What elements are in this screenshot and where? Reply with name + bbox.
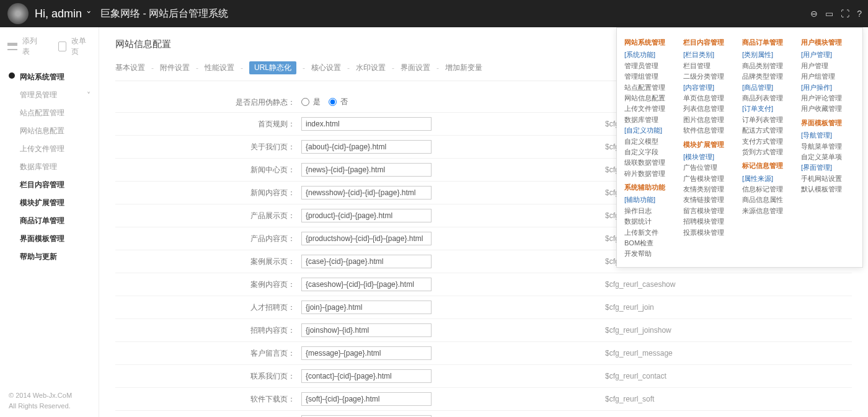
tab-1[interactable]: 附件设置 bbox=[160, 63, 190, 73]
mega-link[interactable]: 列表信息管理 bbox=[683, 103, 742, 114]
sidebar-item[interactable]: 帮助与更新 bbox=[6, 248, 99, 266]
mega-link[interactable]: 软件信息管理 bbox=[683, 125, 742, 136]
tab-7[interactable]: 增加新变量 bbox=[445, 63, 482, 73]
expand-icon[interactable]: ⛶ bbox=[841, 9, 849, 19]
mega-link[interactable]: 招聘模块管理 bbox=[683, 216, 742, 227]
url-input[interactable] bbox=[301, 186, 432, 200]
sidebar-item[interactable]: 商品订单管理 bbox=[6, 212, 99, 230]
mega-bracket-link[interactable]: [栏目类别] bbox=[683, 50, 742, 60]
sidebar-item[interactable]: 上传文件管理 bbox=[6, 140, 99, 158]
mega-link[interactable]: 商品类别管理 bbox=[742, 61, 801, 71]
mega-bracket-link[interactable]: [商品管理] bbox=[742, 82, 801, 93]
sidebar-item[interactable]: 网站信息配置 bbox=[6, 122, 99, 140]
mega-link[interactable]: 网站信息配置 bbox=[624, 93, 683, 103]
mega-link[interactable]: 单页信息管理 bbox=[683, 93, 742, 103]
mega-bracket-link[interactable]: [订单支付] bbox=[742, 103, 801, 114]
mega-link[interactable]: 友情链接管理 bbox=[683, 195, 742, 205]
tab-0[interactable]: 基本设置 bbox=[115, 63, 145, 73]
mega-link[interactable]: 广告模块管理 bbox=[683, 173, 742, 184]
mega-link[interactable]: 手机网站设置 bbox=[801, 173, 860, 184]
mega-link[interactable]: 二级分类管理 bbox=[683, 71, 742, 82]
sidebar-item[interactable]: 管理员管理˅ bbox=[6, 86, 99, 104]
mega-link[interactable]: 商品列表管理 bbox=[742, 93, 801, 103]
minimize-icon[interactable]: ⊖ bbox=[810, 9, 818, 19]
mega-bracket-link[interactable]: [模块管理] bbox=[683, 152, 742, 162]
mega-link[interactable]: 用户收藏管理 bbox=[801, 103, 860, 114]
mega-link[interactable]: 支付方式管理 bbox=[742, 136, 801, 147]
url-input[interactable] bbox=[301, 301, 432, 314]
mega-link[interactable]: 导航菜单管理 bbox=[801, 141, 860, 152]
mega-bracket-link[interactable]: [系统功能] bbox=[624, 50, 683, 60]
sidebar-item[interactable]: 栏目内容管理 bbox=[6, 176, 99, 194]
mega-link[interactable]: 用户评论管理 bbox=[801, 93, 860, 103]
url-input[interactable] bbox=[301, 369, 432, 383]
radio-no[interactable]: 否 bbox=[329, 97, 348, 107]
url-input[interactable] bbox=[301, 117, 432, 131]
mega-link[interactable]: 货到方式管理 bbox=[742, 147, 801, 157]
sidebar-item[interactable]: 数据库管理 bbox=[6, 158, 99, 176]
mega-link[interactable]: 自定义字段 bbox=[624, 147, 683, 157]
mega-bracket-link[interactable]: [内容管理] bbox=[683, 82, 742, 93]
sidebar-item[interactable]: 模块扩展管理 bbox=[6, 194, 99, 212]
mega-link[interactable]: 碎片数据管理 bbox=[624, 169, 683, 179]
mega-link[interactable]: 商品信息属性 bbox=[742, 195, 801, 205]
mega-link[interactable]: 开发帮助 bbox=[624, 248, 683, 259]
tab-6[interactable]: 界面设置 bbox=[401, 63, 430, 73]
user-greeting[interactable]: Hi, admin˅ bbox=[35, 7, 95, 20]
mega-link[interactable]: 上传文件管理 bbox=[624, 103, 683, 114]
mega-link[interactable]: 品牌类型管理 bbox=[742, 71, 801, 82]
mega-bracket-link[interactable]: [用户操作] bbox=[801, 82, 860, 93]
url-input[interactable] bbox=[301, 163, 432, 177]
add-list-button[interactable]: 添列表 bbox=[22, 36, 42, 57]
mega-bracket-link[interactable]: [界面管理] bbox=[801, 162, 860, 173]
mega-link[interactable]: 数据库管理 bbox=[624, 115, 683, 125]
mega-link[interactable]: 来源信息管理 bbox=[742, 206, 801, 216]
url-input[interactable] bbox=[301, 255, 432, 268]
mega-link[interactable]: 友情类别管理 bbox=[683, 184, 742, 195]
mega-link[interactable]: 站点配置管理 bbox=[624, 82, 683, 93]
url-input[interactable] bbox=[301, 278, 432, 291]
mega-link[interactable]: 广告位管理 bbox=[683, 162, 742, 173]
mega-link[interactable]: 留言模块管理 bbox=[683, 206, 742, 216]
tab-4[interactable]: 核心设置 bbox=[311, 63, 341, 73]
mega-link[interactable]: 自定义菜单项 bbox=[801, 152, 860, 162]
edit-page-button[interactable]: 改单页 bbox=[71, 36, 91, 57]
mega-link[interactable]: 管理组管理 bbox=[624, 71, 683, 82]
sidebar-item[interactable]: 网站系统管理 bbox=[6, 68, 99, 86]
sidebar-item[interactable]: 界面模板管理 bbox=[6, 230, 99, 248]
mega-link[interactable]: 管理员管理 bbox=[624, 61, 683, 71]
mega-link[interactable]: 数据统计 bbox=[624, 216, 683, 227]
mega-bracket-link[interactable]: [辅助功能] bbox=[624, 195, 683, 205]
radio-yes-input[interactable] bbox=[301, 98, 309, 106]
tab-2[interactable]: 性能设置 bbox=[205, 63, 234, 73]
mega-link[interactable]: 订单列表管理 bbox=[742, 115, 801, 125]
mega-bracket-link[interactable]: [导航管理] bbox=[801, 130, 860, 141]
mega-link[interactable]: 栏目管理 bbox=[683, 61, 742, 71]
mega-link[interactable]: 操作日志 bbox=[624, 206, 683, 216]
url-input[interactable] bbox=[301, 323, 432, 337]
mega-link[interactable]: 上传新文件 bbox=[624, 227, 683, 238]
help-icon[interactable]: ? bbox=[857, 9, 862, 19]
mega-link[interactable]: 配送方式管理 bbox=[742, 125, 801, 136]
mega-bracket-link[interactable]: [类别属性] bbox=[742, 50, 801, 60]
mega-link[interactable]: 默认模板管理 bbox=[801, 184, 860, 195]
mega-link[interactable]: 级联数据管理 bbox=[624, 157, 683, 168]
url-input[interactable] bbox=[301, 232, 432, 245]
radio-no-input[interactable] bbox=[329, 98, 337, 106]
url-input[interactable] bbox=[301, 346, 432, 360]
mega-link[interactable]: 用户管理 bbox=[801, 61, 860, 71]
monitor-icon[interactable]: ▭ bbox=[825, 9, 833, 19]
url-input[interactable] bbox=[301, 140, 432, 154]
mega-link[interactable]: 用户组管理 bbox=[801, 71, 860, 82]
mega-link[interactable]: 自定义模型 bbox=[624, 136, 683, 147]
mega-link[interactable]: 图片信息管理 bbox=[683, 115, 742, 125]
mega-bracket-link[interactable]: [用户管理] bbox=[801, 50, 860, 60]
mega-link[interactable]: 信息标记管理 bbox=[742, 184, 801, 195]
mega-link[interactable]: 投票模块管理 bbox=[683, 227, 742, 238]
url-input[interactable] bbox=[301, 392, 432, 406]
sidebar-item[interactable]: 站点配置管理 bbox=[6, 104, 99, 122]
mega-bracket-link[interactable]: [自定义功能] bbox=[624, 125, 683, 136]
radio-yes[interactable]: 是 bbox=[301, 97, 321, 107]
tab-3[interactable]: URL静态化 bbox=[249, 61, 296, 74]
tab-5[interactable]: 水印设置 bbox=[356, 63, 386, 73]
